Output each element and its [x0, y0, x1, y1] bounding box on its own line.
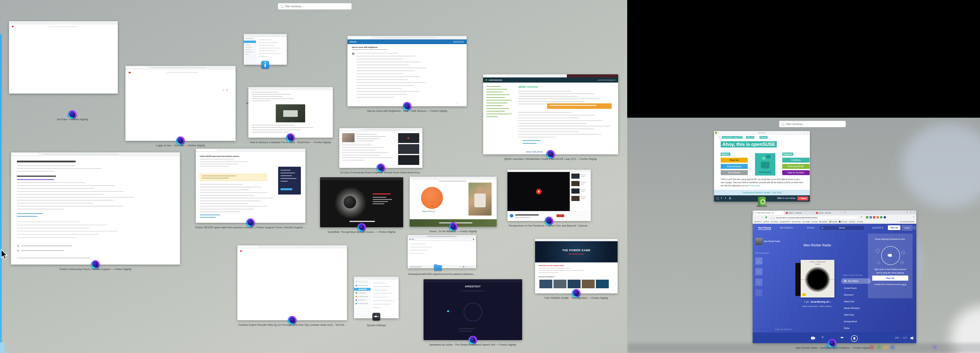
- tune-option[interactable]: Relax: [844, 327, 850, 329]
- window-dolphin[interactable]: /home/jonzn4SUSE/.waterfox/2xcrrl1o.defa…: [408, 235, 476, 268]
- extension-icon[interactable]: [765, 216, 767, 218]
- tune-option[interactable]: Crowd Faves: [844, 287, 857, 289]
- tab[interactable]: Mary L. - YouTube ×: [785, 211, 814, 215]
- show-startup-label[interactable]: Show on next startup: [777, 197, 795, 199]
- nav-browse[interactable]: Browse: [807, 227, 815, 229]
- bookmark-item[interactable]: Google: [803, 221, 810, 223]
- social-media-link[interactable]: social media.: [749, 184, 760, 187]
- tune-option[interactable]: Newly Released: [844, 307, 859, 309]
- album-art-orphee[interactable]: JÓHANN JÓHANNSSON Orphée: [801, 260, 834, 297]
- window-gameball[interactable]: GameBall. The gaming trackball mouse. — …: [320, 177, 403, 227]
- close-icon[interactable]: ×: [807, 132, 808, 134]
- tumbleweed-banner[interactable]: Tumbleweed Monthly Update - July 2025: [714, 190, 810, 195]
- segment-thumb[interactable]: [596, 280, 609, 288]
- filter-windows-box[interactable]: [278, 3, 352, 10]
- login-button[interactable]: Log In: [902, 225, 912, 230]
- bookmark-item[interactable]: Hotmail: [829, 221, 837, 223]
- window-youtube[interactable]: YouTube — Firefox Nightly: [9, 21, 118, 94]
- promo-login-link[interactable]: Log In: [901, 283, 906, 285]
- window-thumbnail[interactable]: QEMU overview qemu-system-x86_64: [483, 74, 618, 154]
- back-icon[interactable]: ←: [754, 216, 756, 218]
- zoom-knob[interactable]: [463, 266, 465, 267]
- recommended-tile[interactable]: ♪: [756, 289, 762, 296]
- window-thumbnail[interactable]: SPEEDTEST: [423, 279, 522, 340]
- minimize-icon[interactable]: ∨: [803, 132, 805, 134]
- mastodon-icon[interactable]: @: [729, 197, 731, 199]
- window-perspectives-video[interactable]: Perspectives on the Pandemic | "Blood Cl…: [508, 169, 591, 221]
- url-field[interactable]: www.pandora.com/station/play/19585490889…: [769, 216, 859, 219]
- window-dr-ife-williams[interactable]: "Williza Is Not A Zoo" Home - Dr Ife Wil…: [410, 177, 497, 227]
- window-thumbnail[interactable]: [126, 66, 235, 141]
- filter-windows-input[interactable]: [785, 122, 846, 126]
- extension-icon[interactable]: [880, 216, 882, 219]
- contribute-button[interactable]: Contribute: [782, 158, 810, 163]
- window-opensuse-welcome[interactable]: Welcome ∨ × openSUSE Leap 15.6 | x86_64 …: [714, 131, 810, 201]
- window-youtube-creatine[interactable]: Creatine Expert Reveals Why 5g Isn't Eno…: [237, 245, 347, 320]
- menu-icon[interactable]: ≡: [913, 216, 914, 218]
- extension-icon[interactable]: [866, 216, 868, 219]
- selected-row[interactable]: [354, 288, 371, 291]
- station-art-thumb[interactable]: [756, 238, 762, 245]
- window-thumbnail[interactable]: [237, 245, 347, 320]
- tab-active[interactable]: P Max Richter Radio - No... ×: [754, 211, 784, 215]
- bookmark-item[interactable]: Work: [764, 221, 769, 223]
- segment-thumb[interactable]: [568, 280, 581, 288]
- recommended-tile[interactable]: ♪: [756, 268, 762, 275]
- extension-icon[interactable]: [884, 216, 886, 219]
- go-ring[interactable]: [464, 303, 482, 321]
- window-firefox-support-thread[interactable]: Firefox NEVER opens tabs from previous s…: [196, 149, 305, 223]
- bookmark-item[interactable]: GIPHY: [755, 221, 762, 223]
- build-opensuse-button[interactable]: Build openSUSE: [782, 164, 810, 169]
- tune-option[interactable]: Energy Boost: [844, 320, 857, 323]
- window-thumbnail[interactable]: [320, 177, 403, 227]
- nav-now-playing[interactable]: Now Playing: [758, 227, 771, 230]
- window-kde-discuss[interactable]: Discuss Had an issue with brightness ♡ ↗…: [347, 36, 467, 106]
- facebook-icon[interactable]: f: [721, 197, 722, 199]
- window-minimize-icon[interactable]: ∨: [906, 211, 908, 213]
- promo-signup-button[interactable]: Sign Up: [872, 276, 908, 281]
- play-button[interactable]: [536, 189, 541, 194]
- bookmark-item[interactable]: Shop: [857, 221, 863, 223]
- window-close-icon[interactable]: ×: [913, 211, 915, 213]
- bookmark-item[interactable]: ChasM's: [819, 221, 827, 223]
- station-name[interactable]: Max Richter Radio: [764, 240, 780, 243]
- bookmark-star-icon[interactable]: ☆: [856, 217, 858, 219]
- read-me-button[interactable]: Read me: [721, 158, 748, 163]
- recommended-tile[interactable]: ♪: [756, 257, 762, 265]
- window-info-center[interactable]: About this System — Info Center: [244, 34, 287, 65]
- window-thumbnail[interactable]: [248, 87, 333, 138]
- window-system-settings[interactable]: System Settings: [354, 277, 399, 318]
- bookmark-item[interactable]: News: [849, 221, 855, 223]
- subscribe-button[interactable]: [557, 214, 564, 217]
- window-rootusers[interactable]: How to Restore a Deleted File in Linux -…: [248, 87, 333, 138]
- segment-thumb[interactable]: [582, 280, 595, 288]
- bookmark-item[interactable]: Net Tools: [792, 221, 800, 223]
- filter-windows-box[interactable]: [779, 121, 846, 127]
- segment-thumb[interactable]: [539, 280, 552, 288]
- tune-option[interactable]: Deep Cuts: [844, 300, 854, 303]
- donation-button[interactable]: Help by Donation: [782, 170, 810, 175]
- documentation-button[interactable]: Documentation: [721, 164, 748, 169]
- window-youtube-4gigs[interactable]: 4 gigs of ram - YouTube — Firefox Nightl…: [126, 66, 235, 141]
- extension-icon-badge1[interactable]: 1: [873, 216, 875, 219]
- window-thumbnail[interactable]: [244, 34, 287, 65]
- window-thumbnail[interactable]: [339, 128, 422, 168]
- tab-close-icon[interactable]: ×: [812, 212, 813, 214]
- window-thumbnail[interactable]: P Max Richter Radio - No... × Mary L. - …: [752, 211, 916, 343]
- tab[interactable]: Morse - YouTube ×: [815, 211, 842, 215]
- window-thumbnail[interactable]: [408, 235, 476, 268]
- overflow-chevrons-icon[interactable]: »: [897, 221, 898, 223]
- forward-icon[interactable]: →: [758, 216, 760, 218]
- extension-icon-badge5[interactable]: 5: [869, 216, 872, 219]
- window-thumbnail[interactable]: [11, 152, 180, 265]
- home-icon[interactable]: ⌂: [761, 216, 762, 218]
- carousel-right-icon[interactable]: ›: [615, 283, 616, 285]
- promo-login-row[interactable]: Already have a Pandora account? Log In: [868, 283, 913, 285]
- extension-icon[interactable]: [877, 216, 879, 219]
- window-highwire[interactable]: THE POWER GAME EPISODE 386 THE POWER GAM…: [535, 239, 617, 293]
- filter-windows-input[interactable]: [284, 5, 352, 8]
- thumbs-down-icon[interactable]: [811, 337, 814, 339]
- window-thumbnail[interactable]: THE POWER GAME EPISODE 386 THE POWER GAM…: [535, 239, 617, 293]
- window-thumbnail[interactable]: "Williza Is Not A Zoo": [410, 177, 497, 227]
- bookmark-item[interactable]: Comcast: [839, 221, 847, 223]
